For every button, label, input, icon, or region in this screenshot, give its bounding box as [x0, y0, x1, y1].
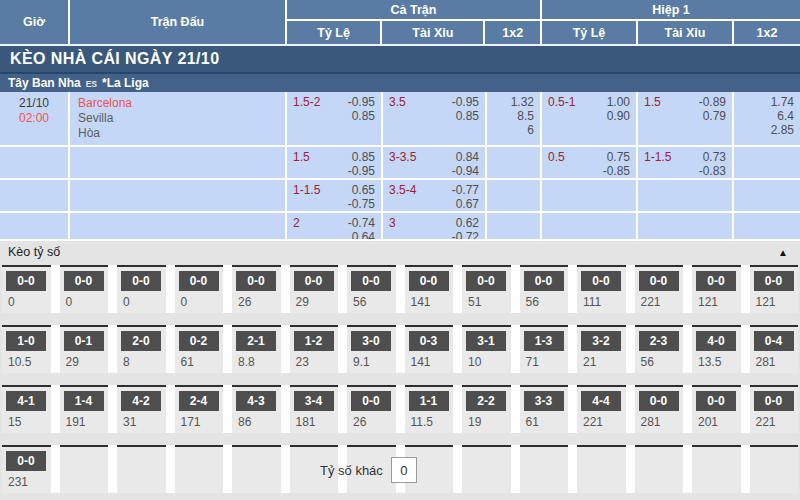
- score-cell: 0-00: [2, 265, 51, 313]
- odds-value: 6: [493, 123, 534, 137]
- score-cell: 2-08: [117, 325, 166, 373]
- score-button[interactable]: 0-0: [236, 271, 276, 291]
- score-button[interactable]: 2-2: [466, 391, 506, 411]
- score-button[interactable]: 0-0: [351, 271, 391, 291]
- ft-over-under-cell[interactable]: 3-3.50.84-0.94: [383, 147, 487, 178]
- h1-handicap-cell[interactable]: 0.5-11.000.90: [542, 92, 638, 145]
- score-button[interactable]: 0-0: [121, 271, 161, 291]
- score-button[interactable]: 1-4: [64, 391, 104, 411]
- score-button[interactable]: 4-2: [121, 391, 161, 411]
- score-cell: [232, 445, 281, 493]
- odds-values: 0.65-0.75: [348, 183, 375, 208]
- score-cell: 0-029: [290, 265, 339, 313]
- ft-handicap-cell[interactable]: 1.5-2-0.950.85: [287, 92, 383, 145]
- score-cell: 3-110: [462, 325, 511, 373]
- date-banner: KÈO NHÀ CÁI NGÀY 21/10: [0, 44, 800, 72]
- collapse-arrow-icon[interactable]: ▲: [778, 247, 788, 258]
- score-cell: 0-026: [232, 265, 281, 313]
- score-button[interactable]: 0-0: [696, 271, 736, 291]
- score-button[interactable]: 0-0: [351, 391, 391, 411]
- odds-rows: 21/1002:00BarcelonaSevillaHòa1.5-2-0.950…: [0, 92, 800, 241]
- score-button[interactable]: 4-1: [6, 391, 46, 411]
- h1-1x2-cell[interactable]: 1.746.42.85: [734, 92, 800, 145]
- score-odds-value: 15: [6, 415, 47, 429]
- h1-over-under-cell[interactable]: 1.5-0.890.79: [638, 92, 734, 145]
- score-odds-value: 0: [64, 295, 105, 309]
- score-button[interactable]: 0-0: [294, 271, 334, 291]
- score-button[interactable]: 0-0: [639, 391, 679, 411]
- ft-1x2-cell[interactable]: 1.328.56: [487, 92, 542, 145]
- score-odds-value: 281: [754, 355, 795, 369]
- score-odds-value: 9.1: [351, 355, 392, 369]
- score-button[interactable]: 3-4: [294, 391, 334, 411]
- score-button[interactable]: 0-0: [466, 271, 506, 291]
- odds-value: -0.75: [348, 197, 375, 211]
- score-button[interactable]: 0-0: [64, 271, 104, 291]
- other-score-input[interactable]: [391, 457, 417, 483]
- score-button[interactable]: 0-1: [64, 331, 104, 351]
- ft-handicap-cell[interactable]: 1-1.50.65-0.75: [287, 180, 383, 211]
- score-button[interactable]: 3-2: [581, 331, 621, 351]
- score-button[interactable]: 2-0: [121, 331, 161, 351]
- ft-1x2-cell: [487, 180, 542, 211]
- score-cell: 0-0231: [2, 445, 51, 493]
- column-group-first-half: Hiệp 1 Tỷ Lệ Tài Xỉu 1x2: [542, 0, 800, 44]
- ft-handicap-cell[interactable]: 2-0.740.64: [287, 213, 383, 239]
- score-odds-value: 0: [121, 295, 162, 309]
- score-button[interactable]: 0-3: [409, 331, 449, 351]
- odds-value: -0.85: [603, 164, 630, 178]
- score-button[interactable]: 4-3: [236, 391, 276, 411]
- score-button[interactable]: 0-0: [179, 271, 219, 291]
- score-button[interactable]: 0-0: [6, 451, 46, 471]
- handicap-value: 3.5-4: [389, 183, 416, 208]
- score-button[interactable]: 2-1: [236, 331, 276, 351]
- ft-handicap-cell[interactable]: 1.50.85-0.95: [287, 147, 383, 178]
- score-button[interactable]: 3-1: [466, 331, 506, 351]
- score-button[interactable]: 1-2: [294, 331, 334, 351]
- score-button[interactable]: 1-1: [409, 391, 449, 411]
- h1-over-under-cell[interactable]: 1-1.50.73-0.83: [638, 147, 734, 178]
- score-row: 4-1151-41914-2312-41714-3863-41810-0261-…: [2, 385, 798, 433]
- ft-over-under-cell[interactable]: 3.5-0.950.85: [383, 92, 487, 145]
- odds-row: 2-0.740.6430.62-0.72: [0, 213, 800, 241]
- score-button[interactable]: 0-0: [581, 271, 621, 291]
- match-cell: [70, 180, 287, 211]
- score-button[interactable]: 1-3: [524, 331, 564, 351]
- score-button[interactable]: 3-0: [351, 331, 391, 351]
- score-button[interactable]: 0-0: [524, 271, 564, 291]
- match-cell: [70, 147, 287, 178]
- score-button[interactable]: 0-0: [696, 391, 736, 411]
- score-button[interactable]: 2-3: [639, 331, 679, 351]
- score-button[interactable]: 4-4: [581, 391, 621, 411]
- score-odds-value: 13.5: [696, 355, 737, 369]
- handicap-value: 3-3.5: [389, 150, 416, 175]
- score-button[interactable]: 3-3: [524, 391, 564, 411]
- odds-value: -0.89: [699, 95, 726, 109]
- score-button[interactable]: 0-0: [754, 391, 794, 411]
- h1-handicap-cell[interactable]: 0.50.75-0.85: [542, 147, 638, 178]
- score-button[interactable]: 0-0: [409, 271, 449, 291]
- draw-label: Hòa: [78, 126, 279, 141]
- score-button[interactable]: 2-4: [179, 391, 219, 411]
- score-odds-value: 29: [64, 355, 105, 369]
- time-cell: [0, 180, 70, 211]
- column-header-match: Trận Đấu: [70, 0, 287, 44]
- ft-over-under-cell[interactable]: 30.62-0.72: [383, 213, 487, 239]
- odds-values: -0.740.64: [348, 216, 375, 236]
- score-button[interactable]: 0-2: [179, 331, 219, 351]
- score-odds-value: 26: [236, 295, 277, 309]
- ft-over-under-cell[interactable]: 3.5-4-0.770.67: [383, 180, 487, 211]
- score-odds-value: 56: [639, 355, 680, 369]
- score-button[interactable]: 0-4: [754, 331, 794, 351]
- score-button[interactable]: 0-0: [6, 271, 46, 291]
- score-button[interactable]: 1-0: [6, 331, 46, 351]
- score-cell: [60, 445, 109, 493]
- handicap-value: 3.5: [389, 95, 406, 142]
- score-button[interactable]: 0-0: [754, 271, 794, 291]
- score-button[interactable]: 4-0: [696, 331, 736, 351]
- score-cell: 1-4191: [60, 385, 109, 433]
- score-button[interactable]: 0-0: [639, 271, 679, 291]
- score-odds-value: 10: [466, 355, 507, 369]
- score-odds-value: 11.5: [409, 415, 450, 429]
- score-cell: 2-18.8: [232, 325, 281, 373]
